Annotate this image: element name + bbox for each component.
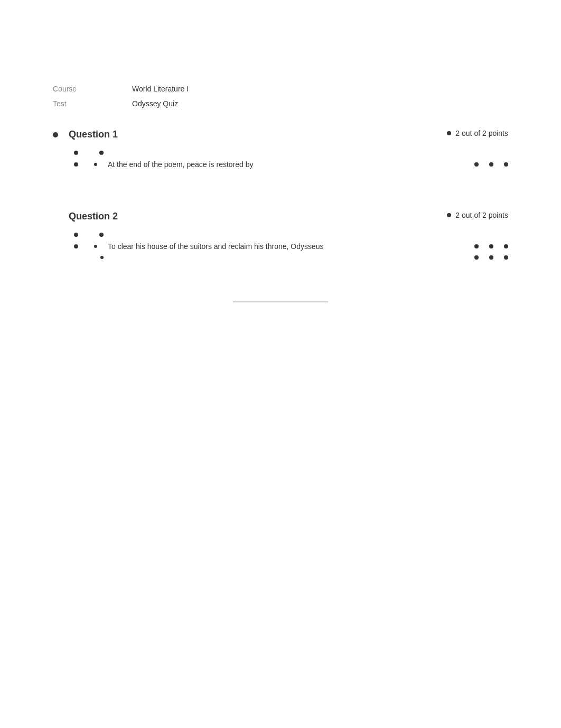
score-bullet-2 [447, 213, 451, 217]
q1-row-dot-1 [74, 162, 78, 167]
q2-extra-right-dot-2 [489, 255, 493, 260]
q2-row-dot-1 [74, 244, 78, 248]
q1-right-dot-3 [504, 162, 508, 167]
q2-row-dot-2 [94, 245, 97, 248]
question-1-answers: At the end of the poem, peace is restore… [63, 151, 508, 169]
score-text-1: 2 out of 2 points [455, 129, 508, 137]
q2-right-dot-3 [504, 244, 508, 248]
question-1-score: 2 out of 2 points [447, 129, 508, 137]
question-2-answers: To clear his house of the suitors and re… [63, 233, 508, 259]
q1-dot-2 [99, 151, 104, 155]
q2-dot-1 [74, 233, 78, 237]
question-1-section: Question 1 2 out of 2 points At the end … [53, 129, 508, 169]
q1-right-dot-2 [489, 162, 493, 167]
q2-dot-2 [99, 233, 104, 237]
course-value: World Literature I [132, 85, 189, 93]
test-value: Odyssey Quiz [132, 99, 178, 108]
question-1-header: Question 1 [53, 129, 508, 140]
question-2-section: Question 2 2 out of 2 points To clear hi… [53, 211, 508, 259]
q2-right-dots [474, 244, 508, 248]
score-text-2: 2 out of 2 points [455, 211, 508, 219]
page-divider [233, 301, 328, 302]
q2-extra-dot [100, 256, 104, 259]
test-row: Test Odyssey Quiz [53, 99, 508, 108]
q1-top-dots-row [63, 151, 508, 155]
course-row: Course World Literature I [53, 85, 508, 93]
q1-right-dot-1 [474, 162, 479, 167]
course-label: Course [53, 85, 132, 93]
page-container: Course World Literature I Test Odyssey Q… [0, 0, 561, 355]
q2-answer-text: To clear his house of the suitors and re… [108, 242, 508, 251]
q2-extra-right-dot-3 [504, 255, 508, 260]
meta-section: Course World Literature I Test Odyssey Q… [53, 85, 508, 108]
q2-left-dots [74, 244, 97, 248]
score-bullet-1 [447, 131, 451, 135]
q1-row-dot-2 [94, 163, 97, 166]
q1-content-row: At the end of the poem, peace is restore… [63, 160, 508, 169]
question-1-title: Question 1 [69, 129, 118, 140]
q1-right-dots [474, 162, 508, 167]
question-1-bullet [53, 132, 58, 137]
q1-left-dots [74, 162, 97, 167]
q1-answer-text: At the end of the poem, peace is restore… [108, 160, 508, 169]
test-label: Test [53, 99, 132, 108]
q2-content-row: To clear his house of the suitors and re… [63, 242, 508, 251]
q1-dot-1 [74, 151, 78, 155]
q2-extra-right-dot-1 [474, 255, 479, 260]
q2-extra-right-dots [474, 255, 508, 260]
q2-right-dot-1 [474, 244, 479, 248]
question-2-header: Question 2 [69, 211, 508, 222]
q2-extra-row [63, 256, 508, 259]
q2-top-dots-row [63, 233, 508, 237]
question-2-score: 2 out of 2 points [447, 211, 508, 219]
q2-right-dot-2 [489, 244, 493, 248]
question-2-title: Question 2 [69, 211, 118, 222]
